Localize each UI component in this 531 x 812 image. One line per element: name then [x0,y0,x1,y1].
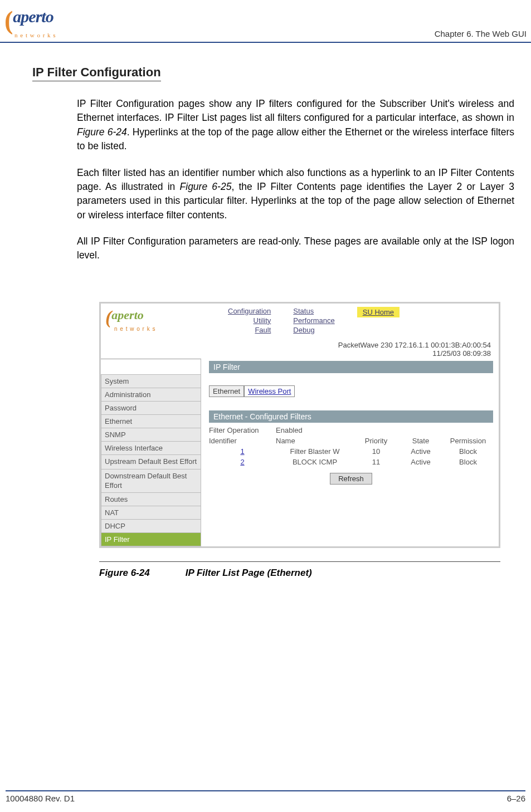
page-header: (aperto n e t w o r k s Chapter 6. The W… [0,0,531,43]
logo-text: aperto [13,7,53,26]
aperto-logo: (aperto n e t w o r k s [4,6,56,38]
screenshot-ip-filter-list: (aperto n e t w o r k s Configuration Ut… [99,302,500,549]
top-nav: Configuration Utility Fault Status Perfo… [228,307,494,334]
p1-text-b: . Hyperlinks at the top of the page allo… [77,126,514,151]
interface-tabs: EthernetWireless Port [209,385,493,397]
sidebar-item-routes[interactable]: Routes [101,493,201,506]
filter-operation-value: Enabled [276,426,354,434]
nav-status[interactable]: Status [293,307,334,315]
section-title: IP Filter Configuration [32,65,161,81]
figure-6-24: (aperto n e t w o r k s Configuration Ut… [99,302,500,579]
breadcrumb: IP Filter [209,361,493,373]
filter-state: Active [398,458,443,466]
sidebar-item-ip-filter[interactable]: IP Filter [101,533,201,546]
filter-name: BLOCK ICMP [276,458,354,466]
figure-ref-6-25: Figure 6-25 [180,181,232,192]
page-content: IP Filter Configuration IP Filter Config… [0,43,531,579]
ss-logo-sub: n e t w o r k s [114,326,206,332]
filter-id-link-1[interactable]: 1 [209,447,276,456]
col-identifier: Identifier [209,437,276,445]
page-number: 6–26 [507,794,525,803]
sidebar-item-upstream-best-effort[interactable]: Upstream Default Best Effort [101,455,201,469]
ss-logo-text: aperto [111,308,143,322]
screenshot-logo: (aperto n e t w o r k s [105,307,206,332]
doc-revision: 10004880 Rev. D1 [6,794,75,803]
sidebar: System Administration Password Ethernet … [101,359,201,547]
sidebar-item-administration[interactable]: Administration [101,388,201,402]
device-info: PacketWave 230 172.16.1.1 00:01:3B:A0:00… [101,337,499,359]
filter-id-link-2[interactable]: 2 [209,458,276,466]
tab-wireless-port[interactable]: Wireless Port [244,385,295,397]
figure-caption: Figure 6-24 IP Filter List Page (Etherne… [99,561,500,579]
paragraph-3: All IP Filter Configuration parameters a… [77,234,514,263]
device-info-line2: 11/25/03 08:09:38 [101,349,491,358]
col-name: Name [276,437,354,445]
sidebar-item-ethernet[interactable]: Ethernet [101,415,201,428]
col-permission: Permission [443,437,493,445]
table-row: 2 BLOCK ICMP 11 Active Block [209,457,493,467]
p1-text-a: IP Filter Configuration pages show any I… [77,98,514,123]
figure-number: Figure 6-24 [99,568,183,579]
figure-title: IP Filter List Page (Ethernet) [186,568,312,578]
refresh-button[interactable]: Refresh [330,473,372,485]
page-footer: 10004880 Rev. D1 6–26 [6,790,525,803]
sidebar-item-downstream-best-effort[interactable]: Downstream Default Best Effort [101,469,201,493]
col-priority: Priority [354,437,398,445]
nav-debug[interactable]: Debug [293,326,334,334]
nav-performance[interactable]: Performance [293,316,334,325]
filter-permission: Block [443,447,493,456]
device-info-line1: PacketWave 230 172.16.1.1 00:01:3B:A0:00… [101,341,491,349]
filter-permission: Block [443,458,493,466]
panel-header: Ethernet - Configured Filters [209,410,493,423]
sidebar-item-snmp[interactable]: SNMP [101,428,201,442]
ss-logo-paren-icon: ( [105,307,111,327]
logo-subtext: n e t w o r k s [14,32,56,38]
sidebar-item-wireless-interface[interactable]: Wireless Interface [101,442,201,455]
sidebar-item-nat[interactable]: NAT [101,506,201,520]
figure-ref-6-24: Figure 6-24 [77,126,127,138]
table-row: 1 Filter Blaster W 10 Active Block [209,446,493,457]
su-home-link[interactable]: SU Home [363,308,394,316]
tab-ethernet[interactable]: Ethernet [209,385,244,397]
nav-configuration[interactable]: Configuration [228,307,271,315]
nav-fault[interactable]: Fault [228,326,271,334]
main-pane: IP Filter EthernetWireless Port Ethernet… [201,359,499,547]
filter-name: Filter Blaster W [276,447,354,456]
sidebar-item-password[interactable]: Password [101,402,201,415]
col-state: State [398,437,443,445]
nav-utility[interactable]: Utility [228,316,271,325]
su-home-box[interactable]: SU Home [357,307,400,317]
sidebar-spacer [101,359,201,375]
sidebar-item-system[interactable]: System [101,375,201,388]
paragraph-2: Each filter listed has an identifier num… [77,166,514,223]
paragraph-1: IP Filter Configuration pages show any I… [77,97,514,154]
filter-state: Active [398,447,443,456]
filter-priority: 11 [354,458,398,466]
screenshot-header: (aperto n e t w o r k s Configuration Ut… [101,304,499,337]
filter-operation-label: Filter Operation [209,426,276,434]
sidebar-item-dhcp[interactable]: DHCP [101,520,201,533]
filter-table: Filter Operation Enabled Identifier Name… [209,425,493,467]
chapter-label: Chapter 6. The Web GUI [435,29,527,38]
logo-paren-icon: ( [4,6,13,35]
filter-priority: 10 [354,447,398,456]
